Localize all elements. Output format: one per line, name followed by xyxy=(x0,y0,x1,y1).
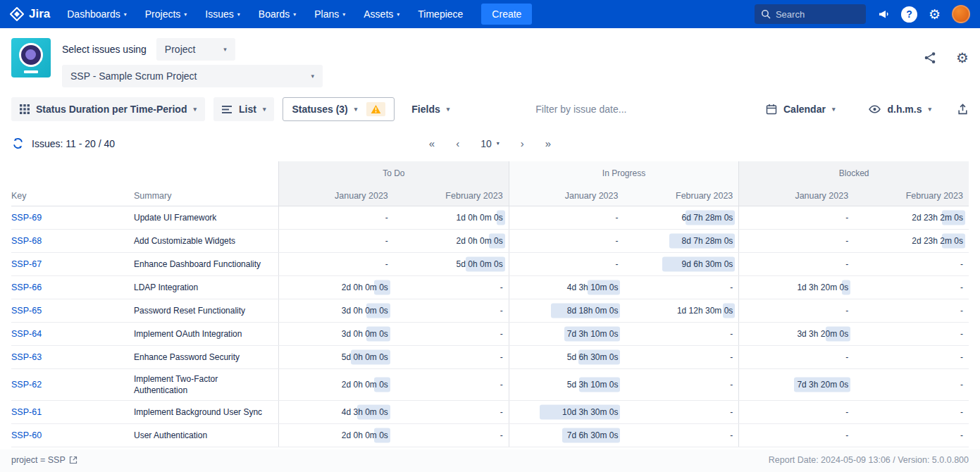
duration-value: - xyxy=(500,306,503,316)
nav-item-dashboards[interactable]: Dashboards▾ xyxy=(67,8,127,20)
summary-column-header: Summary xyxy=(134,185,278,206)
toolbar: Status Duration per Time-Period ▾ List ▾… xyxy=(0,92,980,130)
issue-key-link[interactable]: SSP-68 xyxy=(11,236,42,246)
view-dropdown[interactable]: List ▾ xyxy=(213,97,274,121)
key-cell: SSP-67 xyxy=(11,253,134,275)
chevron-down-icon: ▾ xyxy=(397,11,399,18)
duration-value: - xyxy=(960,407,963,417)
last-page-button[interactable]: » xyxy=(545,137,551,149)
duration-value: 5d 3h 10m 0s xyxy=(567,380,619,390)
statuses-dropdown[interactable]: Statuses (3) ▾ xyxy=(283,97,395,121)
issue-key-link[interactable]: SSP-69 xyxy=(11,213,42,223)
table-row: SSP-68Add Customizable Widgets-2d 0h 0m … xyxy=(11,230,969,253)
megaphone-icon[interactable] xyxy=(877,8,890,20)
chevron-down-icon: ▾ xyxy=(497,140,500,147)
duration-cell: 3d 0h 0m 0s xyxy=(278,323,394,345)
nav-item-boards[interactable]: Boards▾ xyxy=(259,8,296,20)
report-type-dropdown[interactable]: Status Duration per Time-Period ▾ xyxy=(11,97,205,121)
duration-value: - xyxy=(845,430,848,440)
issue-key-link[interactable]: SSP-65 xyxy=(11,306,42,316)
table-row: SSP-65Password Reset Functionality3d 0h … xyxy=(11,299,969,323)
duration-cell: - xyxy=(278,230,394,252)
issue-key-link[interactable]: SSP-61 xyxy=(11,407,42,417)
select-issues-label: Select issues using xyxy=(62,44,147,55)
fields-dropdown[interactable]: Fields ▾ xyxy=(403,97,458,121)
nav-item-projects[interactable]: Projects▾ xyxy=(145,8,187,20)
key-cell: SSP-68 xyxy=(11,230,134,252)
duration-cell: - xyxy=(509,253,624,275)
issue-key-link[interactable]: SSP-62 xyxy=(11,380,42,390)
duration-cell: - xyxy=(854,323,969,345)
settings-gear-icon[interactable]: ⚙ xyxy=(956,51,969,65)
search-input[interactable] xyxy=(776,9,857,20)
report-meta: Report Date: 2024-05-09 13:06 / Version:… xyxy=(769,455,969,465)
duration-cell: 3d 0h 0m 0s xyxy=(278,299,394,322)
key-cell: SSP-66 xyxy=(11,276,134,299)
duration-value: 6d 7h 28m 0s xyxy=(682,213,733,223)
issue-key-link[interactable]: SSP-63 xyxy=(11,352,42,362)
duration-value: - xyxy=(960,282,963,292)
duration-value: - xyxy=(730,329,733,339)
calendar-dropdown[interactable]: Calendar ▾ xyxy=(757,97,843,121)
duration-value: - xyxy=(615,259,618,269)
duration-cell: 7d 3h 20m 0s xyxy=(738,369,854,400)
duration-value: 4d 3h 10m 0s xyxy=(567,282,619,292)
nav-item-issues[interactable]: Issues▾ xyxy=(205,8,240,20)
nav-item-plans[interactable]: Plans▾ xyxy=(314,8,345,20)
duration-cell: 8d 18h 0m 0s xyxy=(509,299,624,322)
next-page-button[interactable]: › xyxy=(521,137,524,149)
duration-value: 3d 0h 0m 0s xyxy=(342,306,388,316)
issue-summary: Implement Two-Factor Authentication xyxy=(134,369,278,400)
issue-key-link[interactable]: SSP-67 xyxy=(11,259,42,269)
jql-query-link[interactable]: project = SSP xyxy=(11,455,77,465)
duration-value: 10d 3h 30m 0s xyxy=(562,407,618,417)
issue-summary: Password Reset Functionality xyxy=(134,299,278,322)
duration-cell: - xyxy=(738,253,854,275)
issue-key-link[interactable]: SSP-66 xyxy=(11,282,42,292)
project-dropdown[interactable]: SSP - Sample Scrum Project ▾ xyxy=(62,65,323,87)
table-row: SSP-69Update UI Framework-1d 0h 0m 0s-6d… xyxy=(11,206,969,230)
month-column-header: January 2023 xyxy=(738,185,854,206)
pagination: « ‹ 10 ▾ › » xyxy=(429,137,551,149)
duration-cell: - xyxy=(394,369,509,400)
issue-key-link[interactable]: SSP-64 xyxy=(11,329,42,339)
duration-cell: 2d 0h 0m 0s xyxy=(278,276,394,299)
search-box[interactable] xyxy=(755,4,866,24)
duration-cell: - xyxy=(509,206,624,229)
duration-cell: 2d 0h 0m 0s xyxy=(278,369,394,400)
key-cell: SSP-69 xyxy=(11,206,134,229)
jira-logo-icon xyxy=(10,7,24,21)
chevron-down-icon: ▾ xyxy=(293,11,296,18)
jira-logo[interactable]: Jira xyxy=(10,7,50,21)
page-size-dropdown[interactable]: 10 ▾ xyxy=(480,138,500,149)
prev-page-button[interactable]: ‹ xyxy=(456,137,459,149)
chevron-down-icon: ▾ xyxy=(447,106,450,113)
duration-cell: 2d 23h 2m 0s xyxy=(854,230,969,252)
issue-source-dropdown[interactable]: Project ▾ xyxy=(156,38,235,61)
first-page-button[interactable]: « xyxy=(429,137,435,149)
duration-cell: 1d 0h 0m 0s xyxy=(394,206,509,229)
export-icon[interactable] xyxy=(957,104,969,116)
nav-item-assets[interactable]: Assets▾ xyxy=(364,8,399,20)
duration-cell: 1d 3h 20m 0s xyxy=(738,276,854,299)
duration-cell: - xyxy=(854,346,969,368)
issue-date-filter-input[interactable] xyxy=(535,104,740,115)
duration-cell: - xyxy=(394,401,509,423)
duration-cell: - xyxy=(738,401,854,423)
issue-key-link[interactable]: SSP-60 xyxy=(11,430,42,440)
duration-value: - xyxy=(730,282,733,292)
user-avatar[interactable] xyxy=(952,5,970,23)
duration-cell: - xyxy=(854,299,969,322)
duration-value: - xyxy=(730,407,733,417)
nav-item-timepiece[interactable]: Timepiece xyxy=(418,8,463,20)
create-button[interactable]: Create xyxy=(481,4,532,25)
list-icon xyxy=(222,105,232,114)
gear-icon[interactable]: ⚙ xyxy=(929,8,941,21)
refresh-icon[interactable] xyxy=(11,137,25,150)
table-row: SSP-62Implement Two-Factor Authenticatio… xyxy=(11,369,969,401)
time-format-dropdown[interactable]: d.h.m.s ▾ xyxy=(860,97,940,121)
duration-value: 7d 3h 20m 0s xyxy=(797,380,848,390)
help-icon[interactable]: ? xyxy=(901,6,917,23)
share-icon[interactable] xyxy=(924,51,936,64)
issue-summary: Enhance Password Security xyxy=(134,346,278,368)
